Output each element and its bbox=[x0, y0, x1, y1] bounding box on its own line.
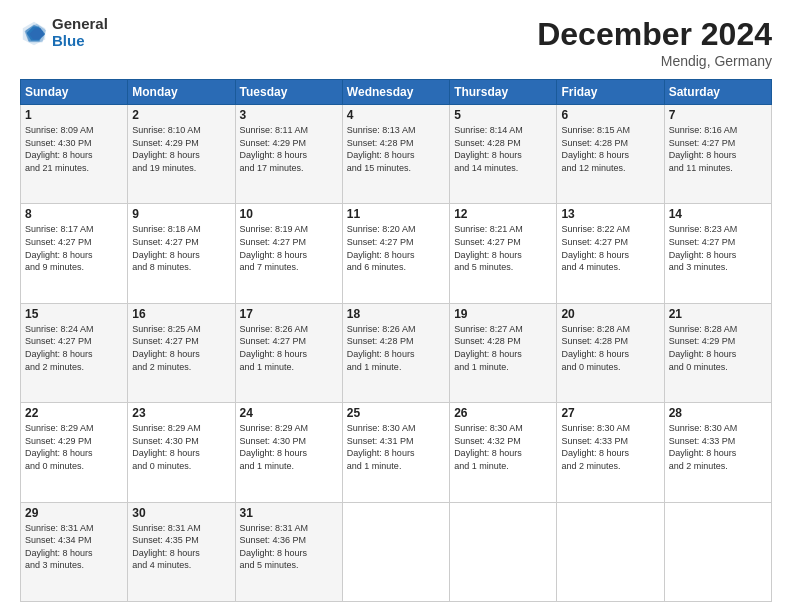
day-info: Sunrise: 8:26 AMSunset: 4:28 PMDaylight:… bbox=[347, 323, 445, 373]
calendar-cell: 31Sunrise: 8:31 AMSunset: 4:36 PMDayligh… bbox=[235, 502, 342, 601]
day-number: 26 bbox=[454, 406, 552, 420]
calendar-cell: 8Sunrise: 8:17 AMSunset: 4:27 PMDaylight… bbox=[21, 204, 128, 303]
calendar-cell: 1Sunrise: 8:09 AMSunset: 4:30 PMDaylight… bbox=[21, 105, 128, 204]
week-row-2: 8Sunrise: 8:17 AMSunset: 4:27 PMDaylight… bbox=[21, 204, 772, 303]
day-info: Sunrise: 8:22 AMSunset: 4:27 PMDaylight:… bbox=[561, 223, 659, 273]
calendar-cell: 21Sunrise: 8:28 AMSunset: 4:29 PMDayligh… bbox=[664, 303, 771, 402]
calendar-cell: 11Sunrise: 8:20 AMSunset: 4:27 PMDayligh… bbox=[342, 204, 449, 303]
logo: General Blue bbox=[20, 16, 108, 49]
day-number: 20 bbox=[561, 307, 659, 321]
location: Mendig, Germany bbox=[537, 53, 772, 69]
day-info: Sunrise: 8:31 AMSunset: 4:35 PMDaylight:… bbox=[132, 522, 230, 572]
calendar-cell: 2Sunrise: 8:10 AMSunset: 4:29 PMDaylight… bbox=[128, 105, 235, 204]
day-number: 2 bbox=[132, 108, 230, 122]
day-number: 5 bbox=[454, 108, 552, 122]
day-info: Sunrise: 8:30 AMSunset: 4:31 PMDaylight:… bbox=[347, 422, 445, 472]
day-number: 14 bbox=[669, 207, 767, 221]
calendar-cell: 6Sunrise: 8:15 AMSunset: 4:28 PMDaylight… bbox=[557, 105, 664, 204]
day-number: 27 bbox=[561, 406, 659, 420]
day-info: Sunrise: 8:18 AMSunset: 4:27 PMDaylight:… bbox=[132, 223, 230, 273]
day-info: Sunrise: 8:29 AMSunset: 4:30 PMDaylight:… bbox=[240, 422, 338, 472]
day-number: 16 bbox=[132, 307, 230, 321]
calendar-cell: 4Sunrise: 8:13 AMSunset: 4:28 PMDaylight… bbox=[342, 105, 449, 204]
calendar-cell: 22Sunrise: 8:29 AMSunset: 4:29 PMDayligh… bbox=[21, 403, 128, 502]
calendar-cell bbox=[450, 502, 557, 601]
header: General Blue December 2024 Mendig, Germa… bbox=[20, 16, 772, 69]
calendar-cell: 29Sunrise: 8:31 AMSunset: 4:34 PMDayligh… bbox=[21, 502, 128, 601]
day-number: 8 bbox=[25, 207, 123, 221]
logo-line1: General bbox=[52, 16, 108, 33]
calendar-cell: 10Sunrise: 8:19 AMSunset: 4:27 PMDayligh… bbox=[235, 204, 342, 303]
day-number: 29 bbox=[25, 506, 123, 520]
day-info: Sunrise: 8:26 AMSunset: 4:27 PMDaylight:… bbox=[240, 323, 338, 373]
calendar-cell: 24Sunrise: 8:29 AMSunset: 4:30 PMDayligh… bbox=[235, 403, 342, 502]
calendar-cell bbox=[557, 502, 664, 601]
calendar-cell: 14Sunrise: 8:23 AMSunset: 4:27 PMDayligh… bbox=[664, 204, 771, 303]
month-title: December 2024 bbox=[537, 16, 772, 53]
day-number: 23 bbox=[132, 406, 230, 420]
calendar-cell: 26Sunrise: 8:30 AMSunset: 4:32 PMDayligh… bbox=[450, 403, 557, 502]
day-info: Sunrise: 8:09 AMSunset: 4:30 PMDaylight:… bbox=[25, 124, 123, 174]
week-row-4: 22Sunrise: 8:29 AMSunset: 4:29 PMDayligh… bbox=[21, 403, 772, 502]
calendar-cell: 27Sunrise: 8:30 AMSunset: 4:33 PMDayligh… bbox=[557, 403, 664, 502]
calendar-cell: 15Sunrise: 8:24 AMSunset: 4:27 PMDayligh… bbox=[21, 303, 128, 402]
day-number: 4 bbox=[347, 108, 445, 122]
logo-text: General Blue bbox=[52, 16, 108, 49]
day-number: 7 bbox=[669, 108, 767, 122]
col-tuesday: Tuesday bbox=[235, 80, 342, 105]
day-info: Sunrise: 8:11 AMSunset: 4:29 PMDaylight:… bbox=[240, 124, 338, 174]
col-sunday: Sunday bbox=[21, 80, 128, 105]
day-info: Sunrise: 8:27 AMSunset: 4:28 PMDaylight:… bbox=[454, 323, 552, 373]
calendar-cell: 18Sunrise: 8:26 AMSunset: 4:28 PMDayligh… bbox=[342, 303, 449, 402]
week-row-1: 1Sunrise: 8:09 AMSunset: 4:30 PMDaylight… bbox=[21, 105, 772, 204]
day-number: 30 bbox=[132, 506, 230, 520]
col-saturday: Saturday bbox=[664, 80, 771, 105]
day-info: Sunrise: 8:30 AMSunset: 4:32 PMDaylight:… bbox=[454, 422, 552, 472]
day-number: 9 bbox=[132, 207, 230, 221]
day-number: 1 bbox=[25, 108, 123, 122]
col-monday: Monday bbox=[128, 80, 235, 105]
day-number: 6 bbox=[561, 108, 659, 122]
calendar-cell: 9Sunrise: 8:18 AMSunset: 4:27 PMDaylight… bbox=[128, 204, 235, 303]
calendar-cell bbox=[342, 502, 449, 601]
day-number: 31 bbox=[240, 506, 338, 520]
day-number: 22 bbox=[25, 406, 123, 420]
day-info: Sunrise: 8:31 AMSunset: 4:34 PMDaylight:… bbox=[25, 522, 123, 572]
day-info: Sunrise: 8:24 AMSunset: 4:27 PMDaylight:… bbox=[25, 323, 123, 373]
calendar-cell: 13Sunrise: 8:22 AMSunset: 4:27 PMDayligh… bbox=[557, 204, 664, 303]
day-number: 11 bbox=[347, 207, 445, 221]
day-info: Sunrise: 8:25 AMSunset: 4:27 PMDaylight:… bbox=[132, 323, 230, 373]
day-info: Sunrise: 8:15 AMSunset: 4:28 PMDaylight:… bbox=[561, 124, 659, 174]
calendar-cell: 7Sunrise: 8:16 AMSunset: 4:27 PMDaylight… bbox=[664, 105, 771, 204]
day-number: 10 bbox=[240, 207, 338, 221]
logo-icon bbox=[20, 19, 48, 47]
week-row-5: 29Sunrise: 8:31 AMSunset: 4:34 PMDayligh… bbox=[21, 502, 772, 601]
day-info: Sunrise: 8:31 AMSunset: 4:36 PMDaylight:… bbox=[240, 522, 338, 572]
day-number: 28 bbox=[669, 406, 767, 420]
title-block: December 2024 Mendig, Germany bbox=[537, 16, 772, 69]
week-row-3: 15Sunrise: 8:24 AMSunset: 4:27 PMDayligh… bbox=[21, 303, 772, 402]
day-info: Sunrise: 8:14 AMSunset: 4:28 PMDaylight:… bbox=[454, 124, 552, 174]
day-number: 24 bbox=[240, 406, 338, 420]
logo-line2: Blue bbox=[52, 33, 108, 50]
day-info: Sunrise: 8:23 AMSunset: 4:27 PMDaylight:… bbox=[669, 223, 767, 273]
calendar-cell bbox=[664, 502, 771, 601]
calendar-cell: 5Sunrise: 8:14 AMSunset: 4:28 PMDaylight… bbox=[450, 105, 557, 204]
day-info: Sunrise: 8:29 AMSunset: 4:30 PMDaylight:… bbox=[132, 422, 230, 472]
calendar-cell: 12Sunrise: 8:21 AMSunset: 4:27 PMDayligh… bbox=[450, 204, 557, 303]
day-info: Sunrise: 8:20 AMSunset: 4:27 PMDaylight:… bbox=[347, 223, 445, 273]
day-number: 13 bbox=[561, 207, 659, 221]
calendar-cell: 30Sunrise: 8:31 AMSunset: 4:35 PMDayligh… bbox=[128, 502, 235, 601]
calendar-cell: 17Sunrise: 8:26 AMSunset: 4:27 PMDayligh… bbox=[235, 303, 342, 402]
day-number: 3 bbox=[240, 108, 338, 122]
day-number: 25 bbox=[347, 406, 445, 420]
day-number: 15 bbox=[25, 307, 123, 321]
day-info: Sunrise: 8:29 AMSunset: 4:29 PMDaylight:… bbox=[25, 422, 123, 472]
day-info: Sunrise: 8:16 AMSunset: 4:27 PMDaylight:… bbox=[669, 124, 767, 174]
day-info: Sunrise: 8:19 AMSunset: 4:27 PMDaylight:… bbox=[240, 223, 338, 273]
day-number: 18 bbox=[347, 307, 445, 321]
col-thursday: Thursday bbox=[450, 80, 557, 105]
day-number: 17 bbox=[240, 307, 338, 321]
col-wednesday: Wednesday bbox=[342, 80, 449, 105]
day-number: 21 bbox=[669, 307, 767, 321]
